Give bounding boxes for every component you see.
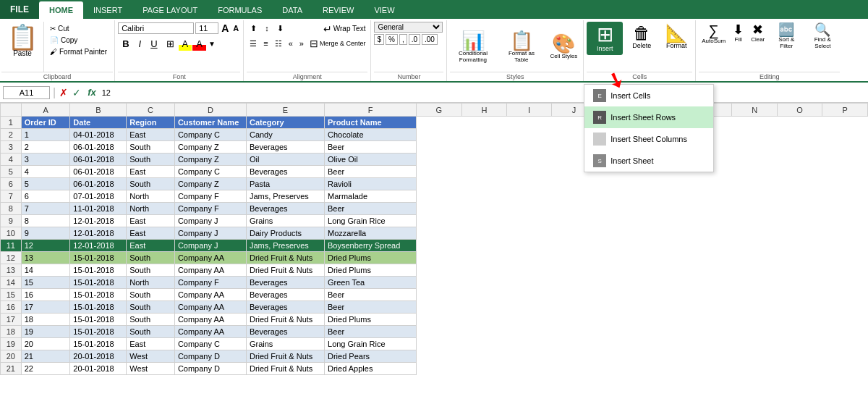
cell[interactable]: Dried Fruit & Nuts [246, 252, 324, 264]
table-row[interactable]: 5406-01-2018EastCompany CBeveragesBeer [1, 166, 868, 178]
cell[interactable]: 12 [21, 240, 70, 252]
row-header-5[interactable]: 5 [1, 166, 22, 178]
table-row[interactable]: 121315-01-2018SouthCompany AADried Fruit… [1, 252, 868, 264]
cell[interactable]: 8 [21, 215, 70, 227]
cell[interactable]: Dried Fruit & Nuts [246, 350, 324, 363]
cell[interactable]: South [127, 301, 175, 314]
insert-cells-menu-item[interactable]: E Insert Cells [584, 85, 713, 106]
tab-view[interactable]: VIEW [364, 1, 404, 19]
col-header-e[interactable]: E [246, 104, 324, 117]
cell[interactable]: South [127, 264, 175, 277]
row-header-11[interactable]: 11 [1, 240, 22, 252]
accept-formula-button[interactable]: ✓ [72, 87, 81, 98]
cell[interactable]: East [127, 129, 175, 141]
cell[interactable]: West [127, 363, 175, 375]
row-header-13[interactable]: 13 [1, 264, 22, 277]
table-row[interactable]: 161715-01-2018SouthCompany AABeveragesBe… [1, 301, 868, 314]
cell[interactable]: 2 [21, 141, 70, 154]
spreadsheet-container[interactable]: A B C D E F G H I J K L M N O P [0, 103, 868, 412]
percent-button[interactable]: % [386, 34, 398, 45]
cell[interactable]: Beer [325, 326, 417, 338]
cell[interactable]: 18 [21, 314, 70, 326]
cut-button[interactable]: ✂ Cut [47, 23, 110, 34]
tab-formulas[interactable]: FORMULAS [208, 1, 272, 19]
cell[interactable]: Boysenberry Spread [325, 240, 417, 252]
row-header-3[interactable]: 3 [1, 141, 22, 154]
cell[interactable]: 15-01-2018 [70, 277, 127, 289]
cell[interactable]: 15-01-2018 [70, 301, 127, 314]
cell[interactable]: Company F [174, 190, 246, 203]
cell[interactable]: 14 [21, 264, 70, 277]
table-row[interactable]: 111212-01-2018EastCompany JJams, Preserv… [1, 240, 868, 252]
table-row[interactable]: 6506-01-2018SouthCompany ZPastaRavioli [1, 178, 868, 190]
cell[interactable]: East [127, 166, 175, 178]
autosum-button[interactable]: ∑ AutoSum [699, 22, 728, 46]
cell[interactable]: Company C [174, 166, 246, 178]
font-color-button[interactable]: A [192, 37, 206, 51]
table-row[interactable]: 212220-01-2018WestCompany DDried Fruit &… [1, 363, 868, 375]
cell[interactable]: Grains [246, 215, 324, 227]
cancel-formula-button[interactable]: ✗ [59, 87, 68, 98]
indent-increase-button[interactable]: » [297, 38, 307, 50]
delete-button[interactable]: 🗑 Delete [626, 22, 658, 52]
row-header-9[interactable]: 9 [1, 215, 22, 227]
cell[interactable]: Grains [246, 338, 324, 350]
row-header-1[interactable]: 1 [1, 117, 22, 129]
cell[interactable]: Company AA [174, 314, 246, 326]
cell[interactable]: Jams, Preserves [246, 240, 324, 252]
cell[interactable]: Beverages [246, 203, 324, 215]
col-header-o[interactable]: O [777, 104, 822, 117]
insert-button[interactable]: ⊞ Insert [587, 22, 623, 55]
col-header-n[interactable]: N [732, 104, 777, 117]
merge-center-button[interactable]: ⊟ Merge & Center [307, 37, 368, 50]
cell[interactable]: 7 [21, 203, 70, 215]
cell[interactable]: Beer [325, 289, 417, 301]
row-header-18[interactable]: 18 [1, 326, 22, 338]
cell[interactable]: South [127, 289, 175, 301]
bold-button[interactable]: B [118, 36, 133, 51]
cell[interactable]: 4 [21, 166, 70, 178]
cell[interactable]: Customer Name [174, 117, 246, 129]
cell[interactable]: 3 [21, 154, 70, 166]
cell[interactable]: 04-01-2018 [70, 129, 127, 141]
row-header-8[interactable]: 8 [1, 203, 22, 215]
table-row[interactable]: 131415-01-2018SouthCompany AADried Fruit… [1, 264, 868, 277]
cell[interactable]: East [127, 215, 175, 227]
row-header-10[interactable]: 10 [1, 227, 22, 240]
cell[interactable]: Beverages [246, 326, 324, 338]
indent-decrease-button[interactable]: « [286, 38, 296, 50]
table-row[interactable]: 9812-01-2018EastCompany JGrainsLong Grai… [1, 215, 868, 227]
cell[interactable]: Dried Fruit & Nuts [246, 264, 324, 277]
col-header-f[interactable]: F [325, 104, 417, 117]
table-row[interactable]: 202120-01-2018WestCompany DDried Fruit &… [1, 350, 868, 363]
table-row[interactable]: 2104-01-2018EastCompany CCandyChocolate [1, 129, 868, 141]
cell[interactable]: Company AA [174, 252, 246, 264]
col-header-i[interactable]: I [507, 104, 552, 117]
font-size-decrease-button[interactable]: A [231, 23, 240, 33]
currency-button[interactable]: $ [374, 34, 384, 45]
cell[interactable]: Beverages [246, 277, 324, 289]
cell[interactable]: Dried Fruit & Nuts [246, 363, 324, 375]
format-as-table-button[interactable]: 📋 Format as Table [498, 30, 544, 64]
underline-button[interactable]: U [146, 36, 161, 51]
font-size-increase-button[interactable]: A [220, 22, 230, 35]
cell[interactable]: East [127, 338, 175, 350]
row-header-14[interactable]: 14 [1, 277, 22, 289]
cell[interactable]: Company Z [174, 141, 246, 154]
cell[interactable]: Beer [325, 141, 417, 154]
cell[interactable]: South [127, 178, 175, 190]
cell[interactable]: 06-01-2018 [70, 154, 127, 166]
col-header-h[interactable]: H [461, 104, 506, 117]
tab-home[interactable]: HOME [39, 1, 83, 19]
cell[interactable]: 12-01-2018 [70, 227, 127, 240]
cell[interactable]: Company AA [174, 301, 246, 314]
cell[interactable]: Ravioli [325, 178, 417, 190]
cell[interactable]: Company AA [174, 326, 246, 338]
insert-sheet-menu-item[interactable]: S Insert Sheet [584, 150, 713, 172]
row-header-20[interactable]: 20 [1, 350, 22, 363]
cell[interactable]: Company C [174, 129, 246, 141]
cell[interactable]: Dried Apples [325, 363, 417, 375]
cell[interactable]: Beverages [246, 301, 324, 314]
cell[interactable]: 22 [21, 363, 70, 375]
cell[interactable]: Category [246, 117, 324, 129]
